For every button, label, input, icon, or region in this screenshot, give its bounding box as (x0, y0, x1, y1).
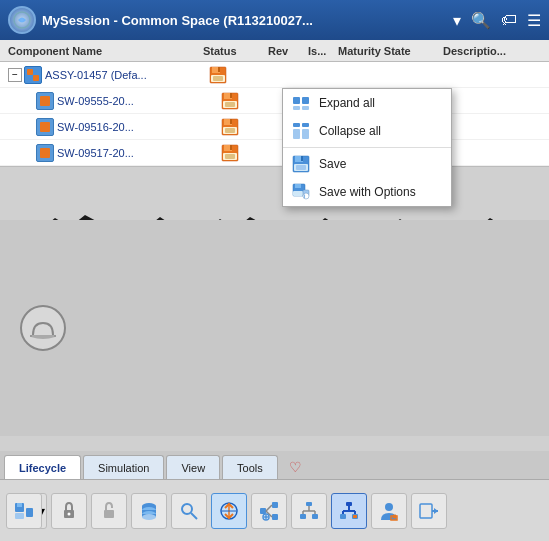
svg-rect-42 (15, 513, 24, 519)
tree-toggle[interactable]: − (8, 68, 22, 82)
svg-rect-28 (302, 129, 309, 139)
col-maturity-header: Maturity State (334, 45, 439, 57)
tab-view[interactable]: View (166, 455, 220, 479)
svg-rect-24 (302, 106, 309, 110)
tab-simulation[interactable]: Simulation (83, 455, 164, 479)
exit-button[interactable] (411, 493, 447, 529)
col-component-header: Component Name (4, 45, 199, 57)
menu-item-expand-all[interactable]: Expand all (283, 89, 451, 117)
floppy-icon (220, 91, 240, 111)
svg-point-53 (142, 514, 156, 520)
svg-rect-8 (230, 93, 232, 98)
svg-rect-81 (420, 504, 432, 518)
tab-bar: Lifecycle Simulation View Tools ♡ (0, 451, 549, 479)
menu-separator (283, 147, 451, 148)
svg-rect-3 (218, 67, 220, 72)
svg-rect-66 (300, 514, 306, 519)
menu-label: Collapse all (319, 124, 381, 138)
menu-label: Expand all (319, 96, 375, 110)
svg-rect-33 (296, 165, 306, 170)
tree-area: − ASSY-01457 (Defa... SW-09555-20... (0, 62, 549, 167)
svg-rect-59 (272, 514, 278, 520)
menu-item-save-options[interactable]: i Save with Options (283, 178, 451, 206)
svg-rect-35 (295, 184, 301, 188)
app-logo (8, 6, 36, 34)
helmet-icon (20, 305, 66, 351)
save-status (197, 91, 262, 111)
svg-rect-57 (260, 508, 266, 514)
table-row[interactable]: − ASSY-01457 (Defa... (0, 62, 549, 88)
svg-point-45 (68, 512, 71, 515)
add-node-button[interactable] (251, 493, 287, 529)
table-row[interactable]: SW-09516-20... (0, 114, 549, 140)
search-icon[interactable]: 🔍 (471, 11, 491, 30)
connect-button[interactable] (291, 493, 327, 529)
lock-button[interactable] (51, 493, 87, 529)
parts-button[interactable] (6, 493, 42, 529)
svg-rect-73 (340, 514, 346, 519)
menu-item-save[interactable]: Save (283, 150, 451, 178)
col-is-header: Is... (304, 45, 334, 57)
table-row[interactable]: SW-09555-20... (0, 88, 549, 114)
svg-rect-67 (312, 514, 318, 519)
col-status-header: Status (199, 45, 264, 57)
floppy-icon (208, 65, 228, 85)
search-button[interactable] (171, 493, 207, 529)
window-title: MySession - Common Space (R113210027... (42, 13, 447, 28)
svg-line-60 (266, 505, 272, 511)
person-button[interactable] (371, 493, 407, 529)
context-menu: Expand all Collapse all Save (282, 88, 452, 207)
svg-rect-20 (225, 154, 235, 159)
svg-rect-46 (104, 510, 114, 518)
svg-rect-15 (225, 128, 235, 133)
parts-btn-group: ▾ (6, 493, 47, 529)
flow-button[interactable] (211, 493, 247, 529)
assy-icon (24, 66, 42, 84)
svg-rect-25 (293, 123, 300, 127)
save-status (197, 143, 262, 163)
column-header: Component Name Status Rev Is... Maturity… (0, 40, 549, 62)
svg-rect-23 (293, 106, 300, 110)
layout-button[interactable] (331, 493, 367, 529)
collapse-icon (291, 121, 311, 141)
part-icon (36, 118, 54, 136)
svg-rect-21 (293, 97, 300, 104)
row-name: SW-09516-20... (57, 121, 197, 133)
menu-icon[interactable]: ☰ (527, 11, 541, 30)
database-button[interactable] (131, 493, 167, 529)
menu-label: Save with Options (319, 185, 416, 199)
tag-icon[interactable]: 🏷 (501, 11, 517, 29)
row-name: SW-09517-20... (57, 147, 197, 159)
unlock-button[interactable] (91, 493, 127, 529)
floppy-icon (220, 117, 240, 137)
svg-rect-13 (230, 119, 232, 124)
svg-point-80 (385, 503, 393, 511)
part-icon (36, 92, 54, 110)
favorites-icon[interactable]: ♡ (284, 455, 308, 479)
svg-rect-27 (293, 129, 300, 139)
svg-point-54 (182, 504, 192, 514)
title-bar-actions: ▾ 🔍 🏷 ☰ (453, 11, 541, 30)
save-options-icon: i (291, 182, 311, 202)
save-status (185, 65, 250, 85)
dropdown-icon[interactable]: ▾ (453, 11, 461, 30)
svg-rect-43 (26, 508, 33, 517)
bottom-toolbar: ▾ (0, 479, 549, 541)
floppy-icon (220, 143, 240, 163)
part-icon (36, 144, 54, 162)
menu-label: Save (319, 157, 346, 171)
save-status (197, 117, 262, 137)
svg-rect-41 (17, 503, 22, 507)
save-icon (291, 154, 311, 174)
tab-lifecycle[interactable]: Lifecycle (4, 455, 81, 479)
content-area (0, 220, 549, 436)
svg-rect-72 (346, 502, 352, 506)
table-row[interactable]: SW-09517-20... (0, 140, 549, 166)
col-desc-header: Descriptio... (439, 45, 519, 57)
tab-tools[interactable]: Tools (222, 455, 278, 479)
row-name: SW-09555-20... (57, 95, 197, 107)
svg-rect-22 (302, 97, 309, 104)
svg-rect-58 (272, 502, 278, 508)
svg-rect-79 (353, 515, 357, 518)
menu-item-collapse-all[interactable]: Collapse all (283, 117, 451, 145)
